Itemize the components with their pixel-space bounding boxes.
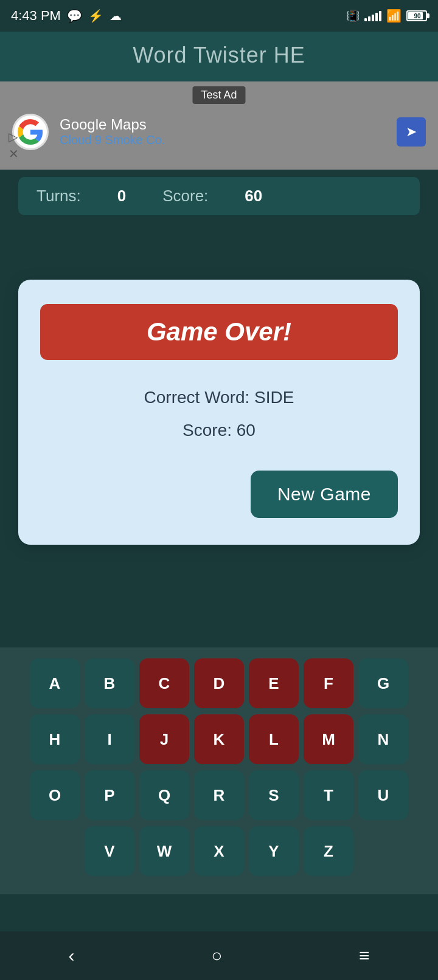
key-c[interactable]: C bbox=[139, 658, 189, 708]
vibrate-icon: 📳 bbox=[346, 9, 360, 22]
key-i[interactable]: I bbox=[85, 714, 134, 764]
new-game-btn-row: New Game bbox=[40, 471, 398, 518]
wifi-icon: 📶 bbox=[386, 9, 401, 23]
key-k[interactable]: K bbox=[194, 714, 244, 764]
ad-subtitle: Cloud 9 Smoke Co. bbox=[60, 133, 397, 147]
home-button[interactable]: ○ bbox=[193, 939, 240, 972]
status-bar: 4:43 PM 💬 ⚡ ☁ 📳 📶 90 bbox=[0, 0, 438, 32]
key-d[interactable]: D bbox=[194, 658, 244, 708]
key-b[interactable]: B bbox=[85, 658, 134, 708]
signal-icon bbox=[364, 10, 381, 21]
score-value: 60 bbox=[245, 187, 262, 205]
key-u[interactable]: U bbox=[358, 770, 408, 820]
key-n[interactable]: N bbox=[358, 714, 408, 764]
score-label: Score: bbox=[162, 187, 208, 205]
key-f[interactable]: F bbox=[304, 658, 353, 708]
keyboard: ABCDEFGHIJKLMNOPQRSTUVWXYZ bbox=[0, 647, 438, 894]
battery-icon: 90 bbox=[406, 10, 427, 21]
game-over-modal: Game Over! Correct Word: SIDE Score: 60 … bbox=[18, 280, 420, 545]
back-button[interactable]: ‹ bbox=[50, 939, 92, 972]
score-bar: Turns: 0 Score: 60 bbox=[18, 177, 420, 215]
game-over-banner: Game Over! bbox=[40, 304, 398, 360]
menu-button[interactable]: ≡ bbox=[341, 939, 388, 972]
key-o[interactable]: O bbox=[30, 770, 80, 820]
key-m[interactable]: M bbox=[304, 714, 353, 764]
key-q[interactable]: Q bbox=[139, 770, 189, 820]
turns-label: Turns: bbox=[36, 187, 81, 205]
google-g-icon bbox=[18, 119, 43, 145]
correct-word-text: Correct Word: SIDE bbox=[40, 388, 398, 407]
key-h[interactable]: H bbox=[30, 714, 80, 764]
key-a[interactable]: A bbox=[30, 658, 80, 708]
key-j[interactable]: J bbox=[139, 714, 189, 764]
new-game-button[interactable]: New Game bbox=[251, 471, 398, 518]
cloud-icon: ☁ bbox=[109, 9, 122, 23]
ad-text-block: Google Maps Cloud 9 Smoke Co. bbox=[60, 116, 397, 147]
game-over-text: Game Over! bbox=[147, 317, 291, 346]
key-e[interactable]: E bbox=[249, 658, 299, 708]
key-g[interactable]: G bbox=[358, 658, 408, 708]
key-v[interactable]: V bbox=[85, 826, 134, 876]
ad-close-icon[interactable]: ✕ bbox=[9, 147, 19, 161]
key-row: ABCDEFG bbox=[6, 658, 432, 708]
app-header: Word Twister HE bbox=[0, 32, 438, 81]
ad-banner: Test Ad Google Maps Cloud 9 Smoke Co. ➤ … bbox=[0, 81, 438, 170]
key-r[interactable]: R bbox=[194, 770, 244, 820]
whatsapp-icon: 💬 bbox=[67, 9, 82, 23]
key-y[interactable]: Y bbox=[249, 826, 299, 876]
usb-icon: ⚡ bbox=[88, 9, 103, 23]
ad-play-icon: ▷ bbox=[9, 129, 19, 144]
key-p[interactable]: P bbox=[85, 770, 134, 820]
time-display: 4:43 PM bbox=[11, 8, 61, 24]
ad-arrow-icon[interactable]: ➤ bbox=[397, 117, 426, 147]
ad-controls: ▷ ✕ bbox=[9, 129, 19, 161]
key-row: VWXYZ bbox=[6, 826, 432, 876]
score-result-text: Score: 60 bbox=[40, 421, 398, 440]
status-left: 4:43 PM 💬 ⚡ ☁ bbox=[11, 8, 122, 24]
key-row: HIJKLMN bbox=[6, 714, 432, 764]
key-z[interactable]: Z bbox=[304, 826, 353, 876]
status-right: 📳 📶 90 bbox=[346, 9, 427, 23]
key-t[interactable]: T bbox=[304, 770, 353, 820]
key-row: OPQRSTU bbox=[6, 770, 432, 820]
ad-content: Google Maps Cloud 9 Smoke Co. ➤ bbox=[0, 114, 438, 150]
ad-company-name: Google Maps bbox=[60, 116, 397, 133]
key-s[interactable]: S bbox=[249, 770, 299, 820]
ad-label: Test Ad bbox=[192, 86, 245, 104]
turns-value: 0 bbox=[117, 187, 126, 205]
app-title: Word Twister HE bbox=[133, 43, 305, 67]
key-w[interactable]: W bbox=[139, 826, 189, 876]
key-x[interactable]: X bbox=[194, 826, 244, 876]
nav-bar: ‹ ○ ≡ bbox=[0, 931, 438, 980]
key-l[interactable]: L bbox=[249, 714, 299, 764]
